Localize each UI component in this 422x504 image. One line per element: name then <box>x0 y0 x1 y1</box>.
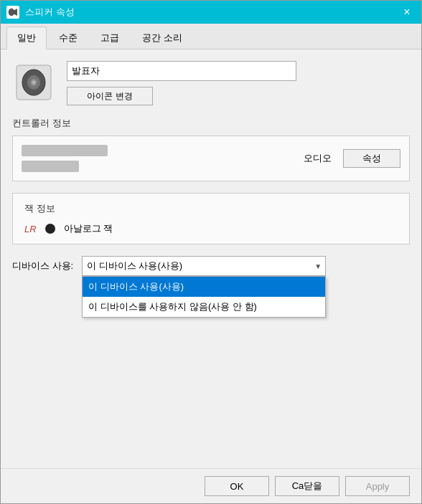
bottom-buttons: OK Ca닫을 Apply <box>1 468 421 503</box>
close-button[interactable]: × <box>398 4 416 21</box>
device-name-section: 아이콘 변경 <box>12 61 410 105</box>
tab-spatial[interactable]: 공간 소리 <box>131 27 193 49</box>
jack-type-label: 아날로그 잭 <box>64 222 113 235</box>
properties-button[interactable]: 속성 <box>343 149 400 168</box>
jack-dot <box>45 224 55 234</box>
audio-label: 오디오 <box>304 152 332 165</box>
device-select[interactable]: 이 디바이스 사용(사용) ▼ <box>82 256 326 276</box>
speaker-properties-window: 스피커 속성 × 일반 수준 고급 공간 소리 아이콘 변경 <box>0 0 422 504</box>
cancel-button[interactable]: Ca닫을 <box>275 476 339 496</box>
title-bar-text: 스피커 속성 <box>25 6 398 19</box>
dropdown-item-use[interactable]: 이 디바이스 사용(사용) <box>83 277 325 297</box>
controller-info <box>22 145 298 172</box>
tab-levels[interactable]: 수준 <box>48 27 88 49</box>
svg-point-0 <box>9 9 14 16</box>
title-bar: 스피커 속성 × <box>1 1 421 24</box>
controller-section: 컨트롤러 정보 오디오 속성 <box>12 117 410 181</box>
window-icon <box>6 6 19 19</box>
device-use-label: 디바이스 사용: <box>12 260 73 272</box>
device-icon <box>12 61 55 104</box>
jack-info: LR 아날로그 잭 <box>24 222 398 235</box>
device-use-row: 디바이스 사용: 이 디바이스 사용(사용) ▼ 이 디바이스 사용(사용) 이… <box>12 256 410 276</box>
jack-section: 잭 정보 LR 아날로그 잭 <box>12 193 410 244</box>
controller-section-label: 컨트롤러 정보 <box>12 117 410 130</box>
controller-bar-2 <box>22 161 79 172</box>
tab-general[interactable]: 일반 <box>6 27 47 49</box>
apply-button[interactable]: Apply <box>345 476 410 496</box>
ok-button[interactable]: OK <box>205 476 269 496</box>
name-section: 아이콘 변경 <box>67 61 296 105</box>
change-icon-button[interactable]: 아이콘 변경 <box>67 87 153 105</box>
selected-option-text: 이 디바이스 사용(사용) <box>87 260 182 272</box>
dropdown-arrow-icon: ▼ <box>314 262 322 270</box>
main-content: 아이콘 변경 컨트롤러 정보 오디오 속성 잭 정보 LR 아날로그 잭 <box>1 49 421 468</box>
controller-box: 오디오 속성 <box>12 135 410 181</box>
jack-lr-label: LR <box>24 224 37 234</box>
tabs-bar: 일반 수준 고급 공간 소리 <box>1 24 421 49</box>
tab-advanced[interactable]: 고급 <box>90 27 130 49</box>
svg-marker-1 <box>14 9 17 16</box>
device-name-input[interactable] <box>67 61 296 81</box>
controller-bar-1 <box>22 145 108 156</box>
dropdown-list: 이 디바이스 사용(사용) 이 디바이스를 사용하지 않음(사용 안 함) <box>82 276 326 318</box>
jack-section-label: 잭 정보 <box>24 202 398 215</box>
dropdown-item-disable[interactable]: 이 디바이스를 사용하지 않음(사용 안 함) <box>83 297 325 317</box>
device-select-wrapper: 이 디바이스 사용(사용) ▼ 이 디바이스 사용(사용) 이 디바이스를 사용… <box>82 256 326 276</box>
svg-point-7 <box>32 81 35 84</box>
